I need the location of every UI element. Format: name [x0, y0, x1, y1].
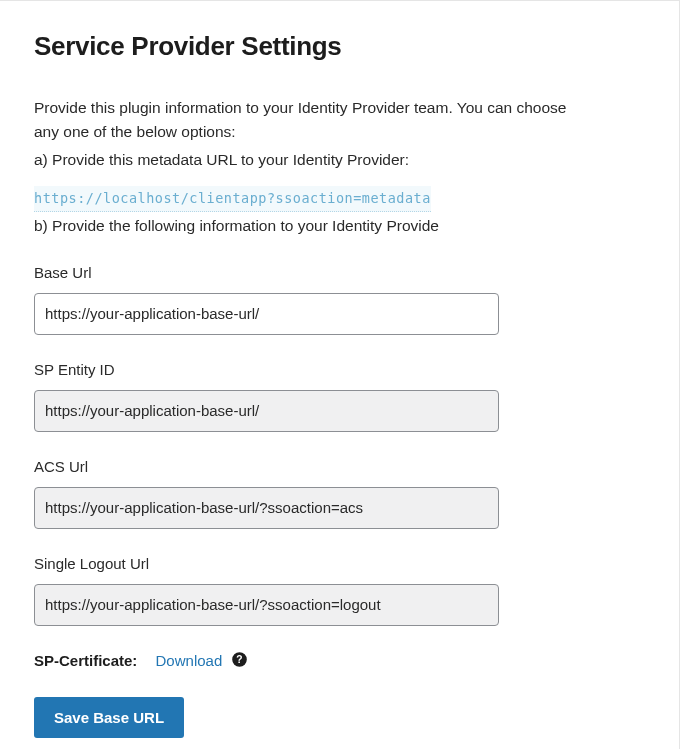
metadata-url[interactable]: https://localhost/clientapp?ssoaction=me… [34, 186, 431, 212]
option-b-text: b) Provide the following information to … [34, 214, 594, 238]
input-base-url[interactable] [34, 293, 499, 335]
field-acs-url: ACS Url [34, 458, 645, 529]
settings-panel: Service Provider Settings Provide this p… [0, 0, 680, 749]
option-a-text: a) Provide this metadata URL to your Ide… [34, 148, 594, 172]
field-entity-id: SP Entity ID [34, 361, 645, 432]
intro-text: Provide this plugin information to your … [34, 96, 594, 144]
svg-text:?: ? [237, 654, 243, 665]
input-logout-url[interactable] [34, 584, 499, 626]
input-entity-id[interactable] [34, 390, 499, 432]
page-title: Service Provider Settings [34, 31, 645, 62]
certificate-row: SP-Certificate: Download ? [34, 652, 645, 671]
help-icon[interactable]: ? [232, 652, 247, 670]
input-acs-url[interactable] [34, 487, 499, 529]
download-certificate-link[interactable]: Download [156, 652, 223, 669]
field-logout-url: Single Logout Url [34, 555, 645, 626]
label-entity-id: SP Entity ID [34, 361, 645, 378]
save-base-url-button[interactable]: Save Base URL [34, 697, 184, 738]
label-base-url: Base Url [34, 264, 645, 281]
label-logout-url: Single Logout Url [34, 555, 645, 572]
certificate-label: SP-Certificate: [34, 652, 137, 669]
field-base-url: Base Url [34, 264, 645, 335]
label-acs-url: ACS Url [34, 458, 645, 475]
intro-block: Provide this plugin information to your … [34, 96, 594, 238]
